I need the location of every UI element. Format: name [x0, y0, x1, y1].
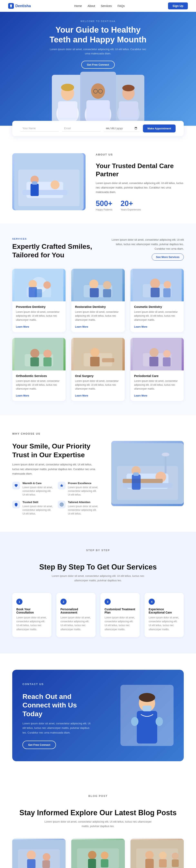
step-3-title: Customized Treatment Plan: [105, 608, 136, 614]
step-4-desc: Lorem ipsum dolor sit amet, consectetur …: [149, 616, 180, 631]
contact-wrapper: Contact Us Reach Out and Connect with Us…: [0, 653, 196, 778]
about-dental-illustration: [12, 153, 86, 210]
learn-more-cosmetic[interactable]: Learn More: [134, 326, 147, 328]
svg-rect-86: [42, 860, 50, 868]
why-dental-illustration: [111, 441, 184, 506]
contact-description: Lorem ipsum dolor sit amet, consectetur …: [23, 721, 94, 735]
blog-label: Blog Post: [41, 794, 155, 798]
step-3: 3 Customized Treatment Plan Lorem ipsum …: [101, 593, 140, 637]
service-title-cosmetic: Cosmetic Dentistry: [134, 305, 180, 309]
make-appointment-button[interactable]: Make Appointment: [143, 124, 175, 132]
svg-rect-82: [18, 849, 60, 868]
step-2-desc: Lorem ipsum dolor sit amet, consectetur …: [60, 616, 91, 631]
svg-point-58: [163, 350, 170, 358]
see-more-services-button[interactable]: See More Services: [152, 253, 184, 260]
svg-rect-68: [123, 479, 163, 483]
about-title: Your Trusted Dental Care Partner: [96, 162, 184, 178]
learn-more-periodontal[interactable]: Learn More: [134, 394, 147, 397]
services-header-right: Lorem ipsum dolor sit amet, consectetur …: [110, 238, 184, 260]
why-feature-warmth-title: Warmth & Care: [23, 482, 54, 485]
signup-button[interactable]: Sign Up: [168, 2, 188, 9]
service-img-periodontal: [131, 338, 184, 370]
blog-title: Stay Informed Explore Our Latest Blog Po…: [12, 808, 184, 817]
service-img-restorative: [71, 269, 124, 301]
blog-img-2: [71, 839, 124, 868]
hero-cta-button[interactable]: Get Free Connect: [81, 61, 115, 69]
svg-point-33: [89, 280, 99, 288]
learn-more-restorative[interactable]: Learn More: [75, 326, 88, 328]
svg-rect-30: [35, 289, 42, 297]
svg-rect-98: [159, 859, 167, 867]
svg-rect-72: [165, 455, 167, 473]
why-image: [111, 441, 184, 506]
service-desc-orthodontic: Lorem ipsum dolor sit amet, consectetur …: [16, 379, 62, 391]
about-stats: 500+ Happy Patients 20+ Years Experience…: [96, 199, 184, 211]
hero-section: Welcome to Dentisha Your Guide to Health…: [0, 12, 196, 126]
svg-rect-92: [101, 859, 108, 867]
blog-subtitle: Lorem ipsum dolor sit amet, consectetur …: [41, 819, 155, 829]
svg-rect-96: [145, 859, 153, 868]
navbar: Dentisha Home About Services FAQs Sign U…: [0, 0, 196, 12]
svg-point-51: [90, 348, 100, 357]
blog1-illustration: [12, 839, 65, 868]
nav-about[interactable]: About: [88, 4, 95, 7]
step-4-title: Experience Exceptional Care: [149, 608, 180, 614]
heart-icon-container: [12, 482, 20, 489]
about-image: [12, 153, 86, 210]
why-feature-excellence: Proven Excellence Lorem ipsum dolor sit …: [58, 482, 99, 497]
star-icon: [60, 484, 64, 488]
svg-point-39: [150, 279, 160, 288]
svg-rect-71: [134, 472, 139, 476]
svg-rect-34: [90, 288, 99, 297]
svg-rect-52: [90, 357, 100, 366]
steps-title: Step By Step To Get Our Services: [12, 563, 184, 571]
nav-services[interactable]: Services: [101, 4, 112, 7]
svg-point-45: [30, 349, 39, 358]
blog-img-1: [12, 839, 65, 868]
blog-grid: How to Maintain Healthy Gums: Tips and B…: [12, 839, 184, 868]
step-2-number: 2: [60, 599, 66, 605]
appt-date-input[interactable]: [104, 125, 140, 132]
brand-logo[interactable]: Dentisha: [8, 3, 31, 9]
contact-content: Contact Us Reach Out and Connect with Us…: [23, 682, 94, 749]
about-image-placeholder: [12, 153, 86, 210]
learn-more-orthodontic[interactable]: Learn More: [16, 394, 29, 397]
stat-experience: 20+ Years Experiences: [120, 199, 141, 211]
service-card-body-oral-surgery: Oral Surgery Lorem ipsum dolor sit amet,…: [71, 370, 124, 401]
svg-point-97: [159, 851, 167, 859]
contact-cta-button[interactable]: Get Free Connect: [23, 741, 56, 749]
nav-home[interactable]: Home: [74, 4, 82, 7]
services-description: Lorem ipsum dolor sit amet, consectetur …: [110, 238, 184, 251]
step-2-title: Personalized Assessment: [60, 608, 91, 614]
services-label: Services: [12, 238, 94, 240]
svg-point-3: [61, 84, 74, 91]
why-title: Your Smile, Our Priority Trust in Our Ex…: [12, 442, 99, 459]
svg-rect-88: [77, 848, 119, 868]
why-feature-attention: Tailored Attention Lorem ipsum dolor sit…: [58, 501, 99, 516]
step-1-number: 1: [16, 599, 23, 605]
stat-patients-number: 500+: [96, 199, 112, 208]
svg-rect-46: [30, 358, 39, 366]
step-2: 2 Personalized Assessment Lorem ipsum do…: [56, 593, 95, 637]
contact-section: Contact Us Reach Out and Connect with Us…: [12, 670, 184, 761]
svg-point-95: [145, 851, 153, 859]
stat-experience-number: 20+: [120, 199, 141, 208]
why-feature-excellence-content: Proven Excellence Lorem ipsum dolor sit …: [68, 482, 99, 497]
service-card-body-cosmetic: Cosmetic Dentistry Lorem ipsum dolor sit…: [131, 301, 184, 332]
appt-email-input[interactable]: [62, 125, 101, 132]
doctor3-illustration: [113, 75, 144, 123]
appt-name-input[interactable]: [21, 125, 59, 132]
stat-experience-label: Years Experiences: [120, 208, 141, 211]
svg-point-83: [27, 850, 36, 860]
svg-point-76: [139, 693, 155, 702]
learn-more-oral-surgery[interactable]: Learn More: [75, 394, 88, 397]
nav-faqs[interactable]: FAQs: [117, 4, 124, 7]
blog-card-2: Understanding the Benefits of Profession…: [71, 839, 124, 868]
learn-more-preventive[interactable]: Learn More: [16, 326, 29, 328]
why-description: Lorem ipsum dolor sit amet, consectetur …: [12, 462, 99, 476]
svg-rect-15: [119, 101, 138, 120]
blog-img-3: [131, 839, 184, 868]
svg-rect-48: [44, 358, 52, 366]
service-card-body-periodontal: Periodontal Care Lorem ipsum dolor sit a…: [131, 370, 184, 401]
service-card-body-preventive: Preventive Dentistry Lorem ipsum dolor s…: [12, 301, 65, 332]
